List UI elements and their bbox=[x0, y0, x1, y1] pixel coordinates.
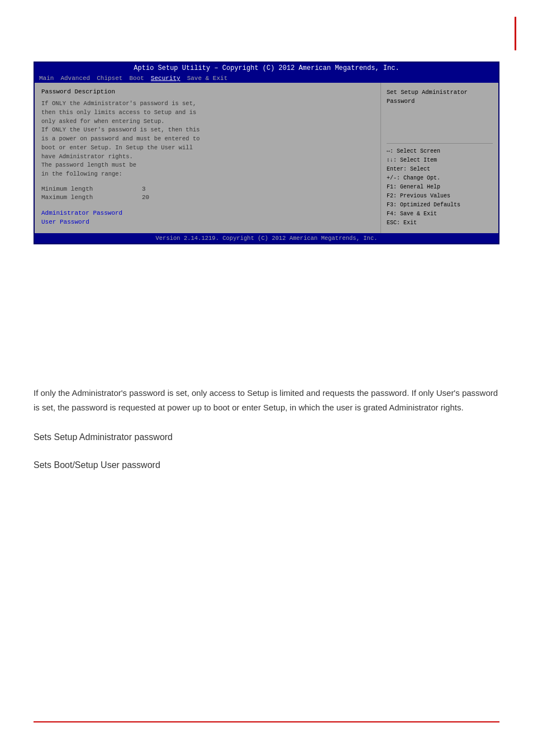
menu-item-advanced[interactable]: Advanced bbox=[60, 75, 90, 82]
bios-menu-bar[interactable]: Main Advanced Chipset Boot Security Save… bbox=[35, 74, 498, 83]
desc-line-3: only asked for when entering Setup. bbox=[41, 118, 165, 125]
admin-password-link[interactable]: Administrator Password bbox=[41, 210, 374, 216]
bios-window: Aptio Setup Utility – Copyright (C) 2012… bbox=[34, 62, 499, 244]
desc-line-8: The password length must be bbox=[41, 162, 136, 168]
key-f1-general: F1: General Help bbox=[387, 183, 493, 192]
min-length-row: Minimum length 3 bbox=[41, 186, 374, 192]
desc-line-7: have Administrator rights. bbox=[41, 153, 133, 160]
below-bios-content: If only the Administrator's password is … bbox=[34, 386, 499, 488]
min-length-value: 3 bbox=[142, 186, 146, 192]
max-length-row: Maximum length 20 bbox=[41, 194, 374, 201]
bios-left-panel: Password Description If ONLY the Adminis… bbox=[35, 83, 381, 233]
menu-item-security[interactable]: Security bbox=[151, 75, 180, 82]
menu-item-main[interactable]: Main bbox=[39, 75, 54, 82]
key-change-opt: +/-: Change Opt. bbox=[387, 174, 493, 183]
desc-line-5: is a power on password and must be enter… bbox=[41, 135, 200, 142]
admin-password-label: Sets Setup Administrator password bbox=[34, 432, 499, 442]
below-description: If only the Administrator's password is … bbox=[34, 386, 499, 414]
desc-line-9: in the following range: bbox=[41, 171, 122, 177]
menu-item-chipset[interactable]: Chipset bbox=[97, 75, 122, 82]
top-right-accent-line bbox=[515, 17, 516, 50]
password-links: Administrator Password User Password bbox=[41, 210, 374, 225]
bios-title-bar: Aptio Setup Utility – Copyright (C) 2012… bbox=[35, 63, 498, 74]
max-length-label: Maximum length bbox=[41, 194, 142, 201]
key-f4-save: F4: Save & Exit bbox=[387, 210, 493, 219]
desc-line-4: If ONLY the User's password is set, then… bbox=[41, 126, 200, 133]
user-password-link[interactable]: User Password bbox=[41, 219, 374, 225]
desc-line-1: If ONLY the Administrator's password is … bbox=[41, 100, 196, 107]
bottom-accent-line bbox=[34, 721, 499, 722]
max-length-value: 20 bbox=[142, 194, 149, 201]
key-enter-select: Enter: Select bbox=[387, 165, 493, 174]
bios-title-text: Aptio Setup Utility – Copyright (C) 2012… bbox=[134, 64, 399, 72]
min-length-label: Minimum length bbox=[41, 186, 142, 192]
key-select-screen: ↔: Select Screen bbox=[387, 147, 493, 156]
bios-right-panel: Set Setup AdministratorPassword ↔: Selec… bbox=[381, 83, 498, 233]
key-select-item: ↕↓: Select Item bbox=[387, 156, 493, 165]
password-description: If ONLY the Administrator's password is … bbox=[41, 100, 374, 179]
key-help-section: ↔: Select Screen ↕↓: Select Item Enter: … bbox=[387, 147, 493, 228]
menu-item-save-exit[interactable]: Save & Exit bbox=[187, 75, 228, 82]
user-password-label: Sets Boot/Setup User password bbox=[34, 460, 499, 470]
help-text: Set Setup AdministratorPassword bbox=[387, 88, 493, 140]
desc-line-2: then this only limits access to Setup an… bbox=[41, 109, 196, 116]
desc-line-6: boot or enter Setup. In Setup the User w… bbox=[41, 144, 193, 151]
key-esc-exit: ESC: Exit bbox=[387, 219, 493, 228]
bios-content-area: Password Description If ONLY the Adminis… bbox=[35, 83, 498, 233]
key-f3-optimized: F3: Optimized Defaults bbox=[387, 201, 493, 210]
bios-footer: Version 2.14.1219. Copyright (C) 2012 Am… bbox=[35, 233, 498, 243]
key-f2-previous: F2: Previous Values bbox=[387, 192, 493, 201]
section-title: Password Description bbox=[41, 88, 374, 95]
menu-item-boot[interactable]: Boot bbox=[129, 75, 144, 82]
bios-footer-text: Version 2.14.1219. Copyright (C) 2012 Am… bbox=[156, 235, 378, 242]
right-panel-divider bbox=[387, 143, 493, 144]
